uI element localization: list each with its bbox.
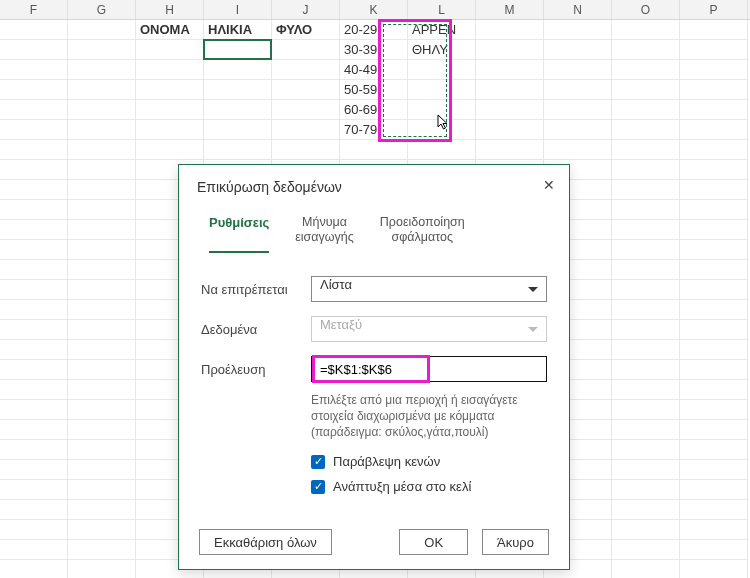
cell[interactable] xyxy=(0,400,68,420)
cell[interactable] xyxy=(612,20,680,40)
cell[interactable] xyxy=(68,560,136,578)
cell[interactable] xyxy=(68,300,136,320)
cell[interactable] xyxy=(612,520,680,540)
in-cell-dropdown-row[interactable]: ✓ Ανάπτυξη μέσα στο κελί xyxy=(311,479,547,494)
cell[interactable] xyxy=(68,420,136,440)
cell[interactable] xyxy=(680,100,748,120)
cell[interactable] xyxy=(0,240,68,260)
col-header[interactable]: L xyxy=(408,0,476,19)
cell[interactable] xyxy=(680,520,748,540)
cell[interactable] xyxy=(680,340,748,360)
cell[interactable] xyxy=(544,20,612,40)
cell[interactable]: 30-39 xyxy=(340,40,408,60)
cell[interactable] xyxy=(68,460,136,480)
cell[interactable] xyxy=(204,100,272,120)
cell[interactable] xyxy=(680,60,748,80)
cell[interactable] xyxy=(612,460,680,480)
cell[interactable] xyxy=(680,540,748,560)
cell[interactable] xyxy=(680,180,748,200)
cell[interactable] xyxy=(204,40,272,60)
cell[interactable] xyxy=(136,60,204,80)
source-input[interactable] xyxy=(312,357,546,381)
cell[interactable]: ΘΗΛΥ xyxy=(408,40,476,60)
cell[interactable] xyxy=(68,140,136,160)
cell[interactable] xyxy=(408,60,476,80)
cancel-button[interactable]: Άκυρο xyxy=(482,529,549,555)
cell[interactable] xyxy=(476,140,544,160)
col-header[interactable]: K xyxy=(340,0,408,19)
col-header[interactable]: M xyxy=(476,0,544,19)
cell[interactable] xyxy=(612,160,680,180)
cell[interactable] xyxy=(0,440,68,460)
cell[interactable] xyxy=(680,240,748,260)
cell[interactable] xyxy=(680,400,748,420)
cell[interactable] xyxy=(680,160,748,180)
cell[interactable] xyxy=(612,180,680,200)
cell[interactable] xyxy=(476,40,544,60)
cell[interactable] xyxy=(0,560,68,578)
cell[interactable] xyxy=(68,80,136,100)
cell[interactable] xyxy=(612,120,680,140)
cell[interactable] xyxy=(0,40,68,60)
col-header[interactable]: G xyxy=(68,0,136,19)
cell[interactable] xyxy=(680,220,748,240)
cell[interactable] xyxy=(680,40,748,60)
cell[interactable] xyxy=(612,280,680,300)
cell[interactable] xyxy=(68,340,136,360)
cell[interactable] xyxy=(0,180,68,200)
cell[interactable] xyxy=(0,260,68,280)
cell[interactable] xyxy=(136,80,204,100)
cell[interactable] xyxy=(680,560,748,578)
cell[interactable] xyxy=(204,80,272,100)
cell[interactable] xyxy=(612,40,680,60)
cell[interactable] xyxy=(272,120,340,140)
cell[interactable] xyxy=(0,480,68,500)
cell[interactable] xyxy=(612,260,680,280)
cell[interactable] xyxy=(0,540,68,560)
cell[interactable] xyxy=(68,320,136,340)
cell[interactable] xyxy=(272,80,340,100)
cell[interactable] xyxy=(0,80,68,100)
cell[interactable] xyxy=(136,140,204,160)
col-header[interactable]: H xyxy=(136,0,204,19)
cell[interactable] xyxy=(68,160,136,180)
dialog-title-bar[interactable]: Επικύρωση δεδομένων ✕ xyxy=(179,165,569,207)
cell[interactable] xyxy=(680,440,748,460)
cell[interactable] xyxy=(612,100,680,120)
cell[interactable] xyxy=(408,140,476,160)
col-header[interactable]: N xyxy=(544,0,612,19)
cell[interactable] xyxy=(680,460,748,480)
cell[interactable] xyxy=(0,520,68,540)
cell[interactable] xyxy=(612,80,680,100)
cell[interactable] xyxy=(612,240,680,260)
allow-select[interactable]: Λίστα xyxy=(311,276,547,302)
cell[interactable] xyxy=(680,500,748,520)
cell[interactable] xyxy=(68,520,136,540)
cell[interactable] xyxy=(612,320,680,340)
cell[interactable] xyxy=(68,440,136,460)
cell[interactable]: ΑΡΡΕΝ xyxy=(408,20,476,40)
cell[interactable]: 40-49 xyxy=(340,60,408,80)
cell[interactable] xyxy=(680,260,748,280)
cell[interactable] xyxy=(612,540,680,560)
cell[interactable] xyxy=(204,120,272,140)
cell[interactable] xyxy=(612,560,680,578)
checkbox-checked-icon[interactable]: ✓ xyxy=(311,480,325,494)
cell[interactable] xyxy=(68,280,136,300)
cell[interactable] xyxy=(612,140,680,160)
cell[interactable] xyxy=(0,20,68,40)
tab-error-alert[interactable]: Προειδοποίηση σφάλματος xyxy=(380,215,465,253)
cell[interactable] xyxy=(680,280,748,300)
cell[interactable] xyxy=(680,320,748,340)
cell[interactable] xyxy=(0,420,68,440)
cell[interactable] xyxy=(476,100,544,120)
cell[interactable] xyxy=(68,180,136,200)
cell[interactable] xyxy=(68,540,136,560)
cell[interactable] xyxy=(476,20,544,40)
cell[interactable] xyxy=(612,300,680,320)
cell[interactable] xyxy=(0,60,68,80)
cell[interactable] xyxy=(68,200,136,220)
cell[interactable] xyxy=(612,400,680,420)
cell[interactable] xyxy=(612,500,680,520)
cell[interactable] xyxy=(0,160,68,180)
